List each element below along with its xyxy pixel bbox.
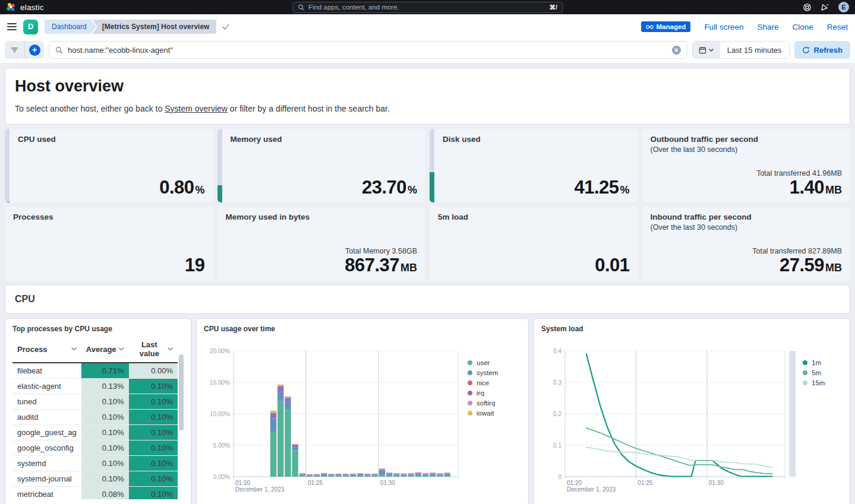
menu-icon[interactable]	[7, 23, 17, 30]
process-table-body: filebeat0.71%0.00%elastic-agent0.13%0.10…	[12, 363, 178, 499]
metric-title: Memory used	[231, 135, 418, 144]
metric-value-row: 41.25%	[443, 178, 630, 196]
process-name: elastic-agent	[12, 379, 81, 394]
average-value: 0.10%	[81, 425, 129, 440]
global-search-input[interactable]	[308, 4, 545, 11]
process-name: google_guest_ag	[12, 425, 81, 440]
metric-title: CPU used	[18, 135, 205, 144]
global-header: elastic ⌘/ E	[0, 0, 855, 14]
metric-spacer	[226, 221, 418, 247]
bars-group	[270, 385, 450, 477]
average-value: 0.10%	[81, 471, 129, 487]
glasses-icon	[646, 24, 654, 30]
metric-unit: MB	[825, 184, 842, 196]
last-value: 0.00%	[129, 363, 178, 379]
process-name: systemd-journal	[12, 471, 81, 487]
svg-text:20.00%: 20.00%	[210, 348, 230, 354]
metric-unit: %	[620, 184, 629, 196]
average-value: 0.10%	[81, 440, 129, 456]
search-icon	[298, 4, 304, 11]
managed-badge[interactable]: Managed	[641, 21, 691, 32]
metric-title: Outbound traffic per second	[651, 135, 843, 144]
table-row-metricbeat: metricbeat0.08%0.10%	[12, 487, 178, 500]
sort-header-average[interactable]: Average	[81, 337, 129, 363]
process-name: metricbeat	[12, 487, 81, 500]
filter-menu-button[interactable]	[5, 41, 24, 59]
reset-button[interactable]: Reset	[827, 23, 848, 31]
average-value: 0.10%	[81, 394, 129, 410]
metric-panel-processes: Processes19	[5, 207, 213, 280]
load-series-5m	[586, 428, 772, 474]
progress-fill	[430, 172, 434, 202]
share-button[interactable]: Share	[757, 23, 778, 31]
page-subtitle: To select another host, either go back t…	[15, 104, 840, 113]
last-value: 0.10%	[129, 440, 178, 456]
chart-end-band[interactable]	[789, 351, 796, 477]
svg-text:01:30: 01:30	[709, 480, 724, 486]
legend-item-irq[interactable]: irq	[468, 389, 484, 397]
sort-header-process[interactable]: Process	[12, 337, 81, 363]
add-filter-button[interactable]: +	[24, 41, 44, 59]
user-avatar[interactable]: E	[838, 2, 849, 12]
process-name: google_osconfig	[12, 440, 81, 456]
refresh-icon	[802, 46, 810, 54]
query-input[interactable]	[68, 46, 667, 55]
svg-text:system: system	[477, 369, 498, 376]
metric-unit: MB	[400, 262, 417, 274]
metric-value: 19	[185, 256, 204, 274]
check-icon[interactable]	[222, 23, 230, 30]
system-load-chart-title: System load	[541, 325, 843, 333]
cpu-usage-chart-svg: 0.00%5.00%10.00%15.00%20.00%01:20Decembe…	[204, 337, 522, 500]
news-icon[interactable]	[821, 3, 829, 12]
process-name: filebeat	[12, 363, 81, 379]
query-search-icon	[55, 46, 63, 54]
full-screen-button[interactable]: Full screen	[704, 23, 743, 31]
svg-text:5.00%: 5.00%	[213, 442, 230, 449]
host-overview-panel: Host overview To select another host, ei…	[5, 68, 850, 125]
metric-value-row: 23.70%	[231, 178, 418, 196]
metric-panel-cpu-used: CPU used0.80%	[5, 129, 213, 202]
metric-value-row: 27.59MB	[651, 256, 843, 274]
legend-item-softirq[interactable]: softirq	[468, 400, 495, 407]
refresh-button[interactable]: Refresh	[794, 41, 850, 59]
legend-item-15m[interactable]: 15m	[803, 379, 825, 386]
process-name: auditd	[12, 410, 81, 425]
breadcrumb-dashboard[interactable]: Dashboard	[45, 20, 96, 34]
system-load-chart-panel: System load 00.10.20.30.401:20December 1…	[534, 318, 850, 504]
breadcrumb-current-page[interactable]: [Metrics System] Host overview	[93, 20, 217, 34]
svg-text:01:20: 01:20	[235, 480, 250, 486]
table-scrollbar[interactable]	[179, 354, 184, 430]
top-processes-panel: Top processes by CPU usage ProcessAverag…	[5, 318, 191, 504]
table-row-google-guest-ag: google_guest_ag0.10%0.10%	[12, 425, 178, 440]
metric-panel-inbound-traffic-per-second: Inbound traffic per second(Over the last…	[642, 207, 851, 280]
sort-header-last-value[interactable]: Last value	[129, 337, 178, 363]
sort-chevron-icon	[71, 347, 77, 351]
help-icon[interactable]	[803, 3, 812, 12]
table-row-elastic-agent: elastic-agent0.13%0.10%	[12, 379, 178, 394]
query-bar: + ✕ Last 15 minutes Refresh	[0, 39, 855, 63]
date-quick-select-button[interactable]	[693, 42, 720, 58]
legend-item-nice[interactable]: nice	[468, 379, 489, 386]
average-value: 0.71%	[81, 363, 129, 379]
clear-query-icon[interactable]: ✕	[672, 46, 681, 55]
legend-item-iowait[interactable]: iowait	[468, 410, 494, 417]
metric-value: 1.40	[790, 178, 824, 196]
system-overview-link[interactable]: System overview	[165, 104, 228, 113]
query-input-box: ✕	[49, 41, 687, 59]
global-search-bar[interactable]: ⌘/	[292, 2, 563, 13]
legend-item-5m[interactable]: 5m	[803, 369, 821, 376]
dashboard-app-icon[interactable]: D	[23, 20, 38, 34]
legend-item-1m[interactable]: 1m	[803, 359, 821, 366]
legend-item-system[interactable]: system	[468, 369, 498, 376]
metric-title: 5m load	[438, 213, 630, 221]
elastic-logo[interactable]: elastic	[6, 2, 44, 12]
clone-button[interactable]: Clone	[792, 23, 813, 31]
top-processes-title: Top processes by CPU usage	[12, 325, 184, 333]
legend-item-user[interactable]: user	[468, 359, 490, 366]
progress-track	[5, 129, 10, 202]
time-range-value[interactable]: Last 15 minutes	[720, 42, 789, 58]
metric-value: 0.01	[595, 256, 629, 274]
metric-panel-5m-load: 5m load0.01	[430, 207, 638, 280]
svg-text:01:20: 01:20	[567, 480, 582, 486]
svg-text:December 1, 2023: December 1, 2023	[235, 486, 285, 493]
